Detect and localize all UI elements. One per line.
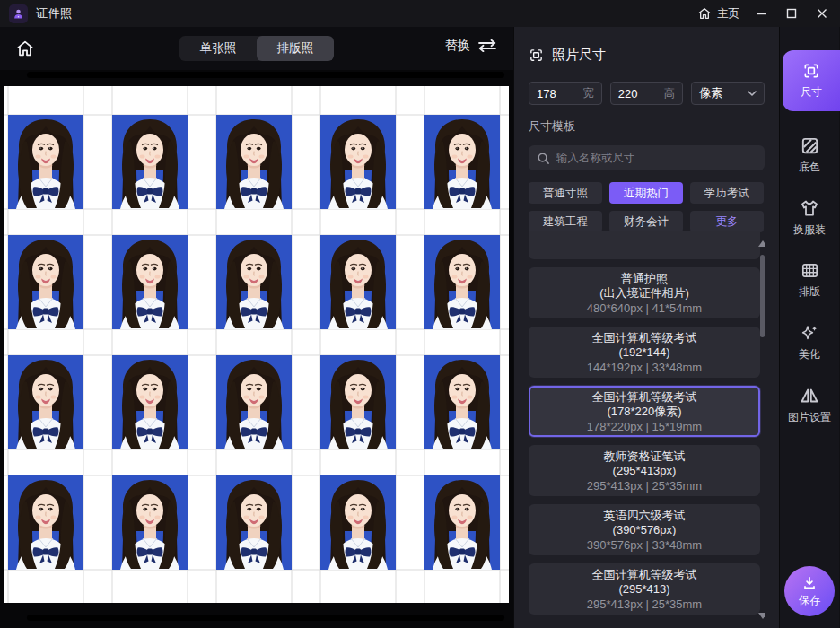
unit-select[interactable]: 像素 [691,82,765,105]
id-photo-tile [320,115,396,209]
horizontal-scrollbar-bottom[interactable] [27,615,504,621]
category-buttons: 普通寸照 近期热门 学历考试 建筑工程 财务会计 更多 [529,182,765,232]
id-photo-tile [320,235,396,329]
layout-grid-icon [800,260,820,281]
scrollbar-thumb[interactable] [760,255,765,337]
tab-single-photo[interactable]: 单张照 [179,36,257,61]
id-photo-tile [8,235,83,329]
home-icon [697,6,712,21]
id-photo-tile [112,115,188,209]
size-crop-icon [802,62,820,80]
id-photo-tile [112,355,188,449]
app-title: 证件照 [36,5,73,22]
template-item-cet-exam[interactable]: 英语四六级考试 (390*576px) 390*576px | 33*48mm [529,504,760,555]
template-item-partial[interactable]: 285*385px | 24*33mm [529,231,760,259]
panel-title: 照片尺寸 [552,47,606,64]
template-item-teacher-cert[interactable]: 教师资格证笔试 (295*413px) 295*413px | 25*35mm [529,445,760,496]
template-item-computer-exam-192[interactable]: 全国计算机等级考试 (192*144) 144*192px | 33*48mm [529,327,760,378]
titlebar-home-button[interactable]: 主页 [697,6,739,22]
home-label: 主页 [717,6,739,22]
id-photo-tile [216,235,292,329]
sidebar-item-beautify[interactable]: 美化 [780,322,839,361]
id-photo-tile [112,235,188,329]
id-photo-tile [216,115,292,209]
height-field[interactable]: 220 高 [610,82,684,105]
size-inputs-row: 178 宽 220 高 像素 [529,82,765,105]
search-placeholder: 输入名称或尺寸 [556,151,635,166]
save-button[interactable]: 保存 [784,566,835,616]
sidebar-item-background-color[interactable]: 底色 [780,135,839,173]
app-window: 证件照 主页 单张照 排版照 替换 [0,0,840,628]
id-photo-tile [320,475,396,570]
horizontal-scrollbar-top[interactable] [27,72,504,78]
scroll-up-arrow-icon[interactable] [758,240,765,247]
category-finance-accounting[interactable]: 财务会计 [609,211,683,232]
id-photo-tile [8,475,83,570]
id-photo-tile [216,355,292,449]
save-label: 保存 [799,593,820,608]
height-suffix: 高 [664,86,676,101]
id-photo-tile [8,355,83,449]
tools-sidebar: 尺寸 底色 换服装 排版 美化 图片设置 [779,27,839,628]
template-list: 285*385px | 24*33mm 普通护照 (出入境证件相片) 480*6… [529,231,765,628]
replace-button[interactable]: 替换 [445,38,497,54]
tab-layout-photo[interactable]: 排版照 [257,36,334,61]
id-photo-tile [216,475,292,570]
category-normal-photo[interactable]: 普通寸照 [529,182,602,204]
template-item-computer-exam-178-selected[interactable]: 全国计算机等级考试 (178*220像素) 178*220px | 15*19m… [529,386,760,437]
download-icon [801,574,818,592]
close-button[interactable] [813,4,831,22]
height-value: 220 [618,87,664,100]
sidebar-item-label: 底色 [799,161,820,173]
template-search-input[interactable]: 输入名称或尺寸 [529,145,765,170]
template-item-passport[interactable]: 普通护照 (出入境证件相片) 480*640px | 41*54mm [529,267,760,318]
canvas-viewport [0,70,513,628]
sidebar-item-image-settings[interactable]: 图片设置 [780,385,839,423]
width-value: 178 [537,87,582,100]
canvas-toolbar: 单张照 排版照 替换 [0,27,513,70]
canvas-section: 单张照 排版照 替换 [0,27,513,628]
category-education-exam[interactable]: 学历考试 [690,182,764,204]
category-construction[interactable]: 建筑工程 [529,211,602,232]
titlebar: 证件照 主页 [0,0,840,27]
id-photo-tile [112,475,188,570]
width-suffix: 宽 [582,86,594,101]
maximize-button[interactable] [783,4,801,22]
size-crop-icon [529,48,544,63]
photo-mode-tabs: 单张照 排版照 [179,36,334,61]
home-icon [15,39,35,58]
sidebar-item-label: 美化 [799,348,820,361]
sidebar-item-size[interactable]: 尺寸 [783,50,840,111]
unit-value: 像素 [699,85,748,101]
replace-label: 替换 [445,38,470,54]
sidebar-item-layout[interactable]: 排版 [780,260,839,298]
photo-size-panel: 照片尺寸 178 宽 220 高 像素 尺寸模板 输入名称或尺 [513,27,779,628]
template-section-label: 尺寸模板 [529,118,765,135]
image-settings-flip-icon [799,385,820,406]
toolbar-home-button[interactable] [14,38,36,59]
id-photo-tile [424,115,500,209]
minimize-button[interactable] [752,4,770,22]
panel-header: 照片尺寸 [529,47,765,64]
template-item-computer-exam-295[interactable]: 全国计算机等级考试 (295*413) 295*413px | 25*35mm [529,563,760,615]
app-logo-icon [9,4,28,23]
template-list-scrollbar[interactable] [757,235,765,624]
width-field[interactable]: 178 宽 [529,82,602,105]
search-icon [537,152,550,165]
scroll-down-arrow-icon[interactable] [758,613,765,619]
id-photo-tile [320,355,396,449]
sidebar-item-label: 图片设置 [788,411,831,423]
id-photo-tile [424,475,500,570]
id-photo-tile [8,115,83,209]
layout-sheet[interactable] [4,86,509,603]
sidebar-item-label: 排版 [799,285,820,298]
background-color-icon [800,135,820,156]
clothes-icon [799,197,820,219]
sidebar-item-clothes[interactable]: 换服装 [780,197,839,236]
swap-icon [477,39,497,52]
chevron-down-icon [748,91,757,96]
category-more[interactable]: 更多 [690,211,764,232]
id-photo-tile [424,235,500,329]
id-photo-tile [424,355,500,449]
category-recent-hot[interactable]: 近期热门 [609,182,683,204]
